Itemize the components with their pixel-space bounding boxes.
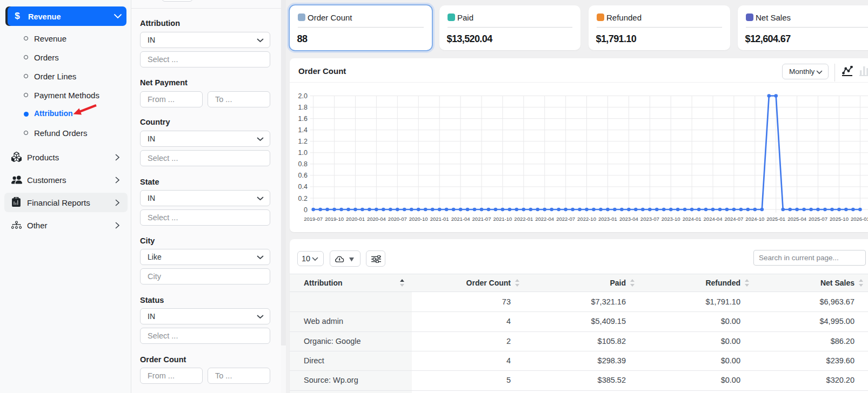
svg-text:0: 0: [304, 206, 308, 214]
svg-text:2020-07: 2020-07: [388, 216, 407, 222]
svg-text:2024-10: 2024-10: [745, 216, 764, 222]
svg-text:0.2: 0.2: [298, 195, 308, 202]
svg-text:2022-07: 2022-07: [556, 216, 575, 222]
svg-text:2022-04: 2022-04: [535, 216, 554, 222]
svg-text:2024-04: 2024-04: [704, 216, 723, 222]
svg-text:2019-10: 2019-10: [325, 216, 344, 222]
svg-text:2025-01: 2025-01: [766, 216, 785, 222]
svg-text:2023-04: 2023-04: [619, 216, 638, 222]
svg-text:0.4: 0.4: [298, 183, 308, 191]
svg-text:2021-04: 2021-04: [451, 216, 470, 222]
svg-text:2023-01: 2023-01: [598, 216, 617, 222]
svg-text:0.8: 0.8: [298, 160, 308, 168]
svg-text:1.4: 1.4: [298, 126, 308, 134]
svg-text:2021-01: 2021-01: [430, 216, 449, 222]
svg-text:1.8: 1.8: [298, 104, 308, 111]
svg-text:2026-01: 2026-01: [851, 216, 868, 222]
svg-text:0.6: 0.6: [298, 172, 308, 179]
svg-text:2021-10: 2021-10: [493, 216, 512, 222]
svg-text:2024-01: 2024-01: [683, 216, 702, 222]
svg-text:2.0: 2.0: [298, 92, 308, 100]
svg-text:2025-07: 2025-07: [809, 216, 827, 222]
svg-text:2023-07: 2023-07: [640, 216, 659, 222]
svg-text:2022-10: 2022-10: [577, 216, 596, 222]
svg-text:2021-07: 2021-07: [472, 216, 491, 222]
svg-text:2024-07: 2024-07: [724, 216, 743, 222]
svg-text:1.0: 1.0: [298, 149, 308, 157]
svg-text:1.6: 1.6: [298, 115, 308, 123]
svg-text:2025-04: 2025-04: [787, 216, 806, 222]
svg-text:2020-10: 2020-10: [409, 216, 428, 222]
svg-text:2023-10: 2023-10: [662, 216, 680, 222]
svg-text:2020-04: 2020-04: [367, 216, 386, 222]
svg-text:1.2: 1.2: [298, 138, 308, 145]
svg-text:2025-10: 2025-10: [830, 216, 849, 222]
svg-text:2022-01: 2022-01: [514, 216, 533, 222]
svg-text:2019-07: 2019-07: [304, 216, 323, 222]
svg-text:2020-01: 2020-01: [346, 216, 365, 222]
